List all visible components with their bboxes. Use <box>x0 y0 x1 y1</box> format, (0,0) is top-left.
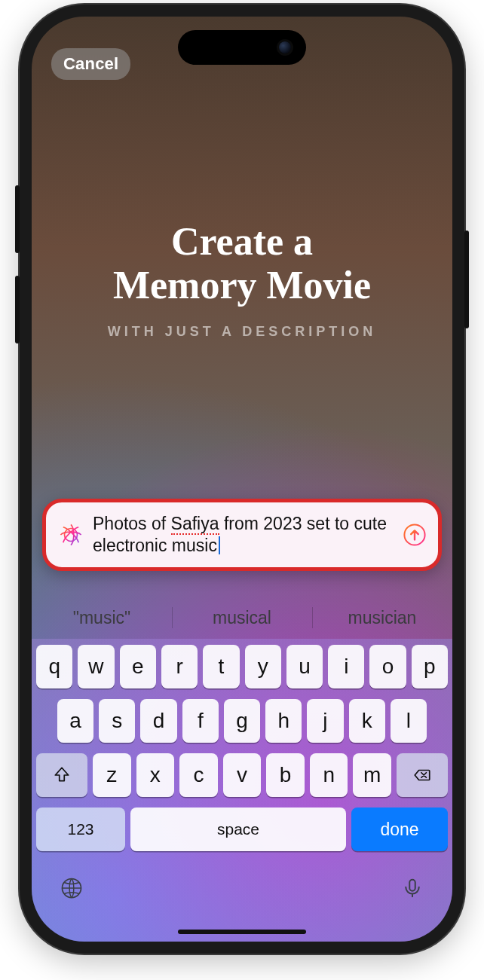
key-o[interactable]: o <box>369 645 406 688</box>
key-n[interactable]: n <box>310 753 348 797</box>
key-a[interactable]: a <box>57 699 93 743</box>
numbers-key[interactable]: 123 <box>36 808 125 851</box>
keyboard: q w e r t y u i o p a s d f g h j k l <box>32 639 452 942</box>
headline-block: Create a Memory Movie WITH JUST A DESCRI… <box>32 220 452 340</box>
text-caret <box>219 536 220 554</box>
suggestion-1[interactable]: "music" <box>32 597 172 639</box>
key-t[interactable]: t <box>203 645 239 688</box>
suggestion-3[interactable]: musician <box>312 597 452 639</box>
key-h[interactable]: h <box>265 699 302 743</box>
globe-icon[interactable] <box>59 875 84 901</box>
key-m[interactable]: m <box>353 753 391 797</box>
keyboard-suggestions: "music" musical musician <box>32 597 452 639</box>
key-i[interactable]: i <box>328 645 364 688</box>
done-key[interactable]: done <box>351 808 448 851</box>
key-c[interactable]: c <box>179 753 218 797</box>
dynamic-island <box>178 30 306 65</box>
page-title: Create a Memory Movie <box>32 220 452 307</box>
key-r[interactable]: r <box>161 645 198 688</box>
key-b[interactable]: b <box>266 753 305 797</box>
suggestion-2[interactable]: musical <box>172 597 312 639</box>
backspace-key[interactable] <box>397 753 448 797</box>
page-subtitle: WITH JUST A DESCRIPTION <box>32 324 452 340</box>
prompt-input-card[interactable]: Photos of Safiya from 2023 set to cute e… <box>42 499 442 571</box>
svg-rect-3 <box>409 880 415 891</box>
misspelled-word: Safiya <box>171 514 219 535</box>
title-line-1: Create a <box>171 220 313 263</box>
screen: Cancel Create a Memory Movie WITH JUST A… <box>32 17 452 942</box>
key-w[interactable]: w <box>78 645 114 688</box>
key-k[interactable]: k <box>349 699 385 743</box>
apple-intelligence-icon <box>58 522 84 548</box>
submit-button[interactable] <box>402 522 427 548</box>
key-f[interactable]: f <box>182 699 219 743</box>
key-p[interactable]: p <box>412 645 448 688</box>
shift-key[interactable] <box>36 753 87 797</box>
key-g[interactable]: g <box>224 699 260 743</box>
prompt-text-input[interactable]: Photos of Safiya from 2023 set to cute e… <box>93 513 393 557</box>
key-u[interactable]: u <box>286 645 323 688</box>
key-d[interactable]: d <box>140 699 176 743</box>
mic-icon[interactable] <box>400 875 425 901</box>
key-j[interactable]: j <box>307 699 343 743</box>
iphone-frame: Cancel Create a Memory Movie WITH JUST A… <box>20 5 464 954</box>
home-indicator[interactable] <box>178 930 306 934</box>
key-y[interactable]: y <box>245 645 281 688</box>
key-v[interactable]: v <box>223 753 262 797</box>
cancel-button[interactable]: Cancel <box>51 48 130 80</box>
space-key[interactable]: space <box>130 808 346 851</box>
key-x[interactable]: x <box>136 753 175 797</box>
svg-point-0 <box>65 528 78 541</box>
key-q[interactable]: q <box>36 645 72 688</box>
key-s[interactable]: s <box>99 699 135 743</box>
prompt-pre: Photos of <box>93 514 171 533</box>
title-line-2: Memory Movie <box>113 264 371 307</box>
key-z[interactable]: z <box>93 753 131 797</box>
key-l[interactable]: l <box>391 699 427 743</box>
key-e[interactable]: e <box>120 645 156 688</box>
prompt-highlight: Photos of Safiya from 2023 set to cute e… <box>42 499 442 571</box>
